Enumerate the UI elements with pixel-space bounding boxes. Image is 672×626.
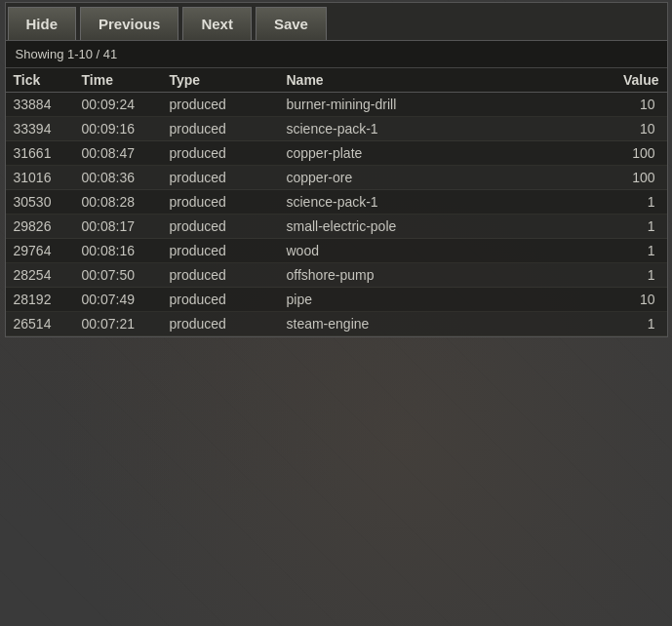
- table-row: 31016 00:08:36 produced copper-ore 100: [6, 166, 667, 190]
- cell-time: 00:07:21: [74, 312, 162, 336]
- cell-tick: 29764: [6, 239, 74, 263]
- cell-value: 1: [609, 190, 667, 215]
- table-row: 29764 00:08:16 produced wood 1: [6, 239, 667, 263]
- cell-value: 1: [609, 263, 667, 288]
- table-row: 30530 00:08:28 produced science-pack-1 1: [6, 190, 667, 215]
- cell-name: wood: [279, 239, 609, 263]
- toolbar: Hide Previous Next Save: [6, 3, 667, 41]
- cell-type: produced: [162, 288, 279, 312]
- col-header-name: Name: [279, 68, 609, 93]
- cell-name: offshore-pump: [279, 263, 609, 288]
- cell-time: 00:07:50: [74, 263, 162, 288]
- cell-name: copper-ore: [279, 166, 609, 190]
- cell-type: produced: [162, 117, 279, 141]
- cell-type: produced: [162, 166, 279, 190]
- cell-type: produced: [162, 93, 279, 117]
- cell-name: small-electric-pole: [279, 215, 609, 239]
- main-panel: Hide Previous Next Save Showing 1-10 / 4…: [5, 2, 668, 337]
- table-row: 28254 00:07:50 produced offshore-pump 1: [6, 263, 667, 288]
- table-row: 33884 00:09:24 produced burner-mining-dr…: [6, 93, 667, 117]
- table-row: 26514 00:07:21 produced steam-engine 1: [6, 312, 667, 336]
- showing-text: Showing 1-10 / 41: [6, 41, 667, 68]
- cell-time: 00:08:47: [74, 141, 162, 166]
- cell-tick: 26514: [6, 312, 74, 336]
- cell-time: 00:08:17: [74, 215, 162, 239]
- cell-time: 00:07:49: [74, 288, 162, 312]
- cell-name: burner-mining-drill: [279, 93, 609, 117]
- cell-type: produced: [162, 239, 279, 263]
- cell-type: produced: [162, 141, 279, 166]
- events-table: Tick Time Type Name Value 33884 00:09:24…: [6, 68, 667, 336]
- col-header-time: Time: [74, 68, 162, 93]
- cell-type: produced: [162, 190, 279, 215]
- cell-type: produced: [162, 312, 279, 336]
- cell-time: 00:09:24: [74, 93, 162, 117]
- previous-button[interactable]: Previous: [80, 7, 178, 40]
- table-row: 31661 00:08:47 produced copper-plate 100: [6, 141, 667, 166]
- col-header-type: Type: [162, 68, 279, 93]
- cell-type: produced: [162, 215, 279, 239]
- cell-name: science-pack-1: [279, 190, 609, 215]
- hide-button[interactable]: Hide: [8, 7, 77, 40]
- cell-time: 00:08:16: [74, 239, 162, 263]
- table-row: 28192 00:07:49 produced pipe 10: [6, 288, 667, 312]
- cell-value: 1: [609, 239, 667, 263]
- cell-tick: 28192: [6, 288, 74, 312]
- cell-type: produced: [162, 263, 279, 288]
- cell-value: 100: [609, 166, 667, 190]
- cell-tick: 33884: [6, 93, 74, 117]
- save-button[interactable]: Save: [256, 7, 327, 40]
- cell-tick: 31016: [6, 166, 74, 190]
- cell-tick: 30530: [6, 190, 74, 215]
- cell-time: 00:08:28: [74, 190, 162, 215]
- cell-value: 100: [609, 141, 667, 166]
- table-row: 33394 00:09:16 produced science-pack-1 1…: [6, 117, 667, 141]
- cell-tick: 31661: [6, 141, 74, 166]
- cell-time: 00:09:16: [74, 117, 162, 141]
- cell-value: 10: [609, 117, 667, 141]
- cell-name: steam-engine: [279, 312, 609, 336]
- cell-name: science-pack-1: [279, 117, 609, 141]
- cell-name: copper-plate: [279, 141, 609, 166]
- cell-tick: 33394: [6, 117, 74, 141]
- table-row: 29826 00:08:17 produced small-electric-p…: [6, 215, 667, 239]
- next-button[interactable]: Next: [182, 7, 252, 40]
- cell-tick: 28254: [6, 263, 74, 288]
- cell-value: 10: [609, 288, 667, 312]
- cell-value: 10: [609, 93, 667, 117]
- cell-time: 00:08:36: [74, 166, 162, 190]
- cell-value: 1: [609, 215, 667, 239]
- cell-name: pipe: [279, 288, 609, 312]
- cell-value: 1: [609, 312, 667, 336]
- col-header-tick: Tick: [6, 68, 74, 93]
- cell-tick: 29826: [6, 215, 74, 239]
- col-header-value: Value: [609, 68, 667, 93]
